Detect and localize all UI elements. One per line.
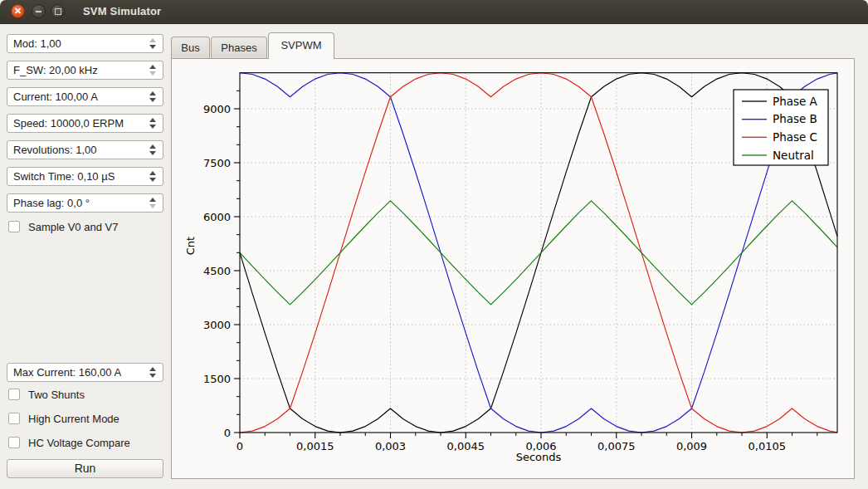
spinner-up-button[interactable]	[149, 91, 156, 95]
legend-entry: Neutral	[773, 149, 814, 162]
spinner-down-button[interactable]	[149, 178, 156, 182]
tab-panel: 00,00150,0030,00450,0060,00750,0090,0105…	[171, 58, 855, 479]
spinbox-current[interactable]: Current: 100,00 A	[7, 87, 163, 106]
spinbox-revolutions[interactable]: Revolutions: 1,00	[7, 140, 163, 159]
spinner-down-button[interactable]	[149, 71, 156, 76]
svpwm-plot: 00,00150,0030,00450,0060,00750,0090,0105…	[172, 59, 854, 478]
svg-text:0,0105: 0,0105	[749, 440, 787, 452]
tab-bus[interactable]: Bus	[171, 37, 210, 59]
x-axis-label: Seconds	[516, 451, 562, 463]
spinner-down-button[interactable]	[149, 374, 156, 378]
spinbox-mod[interactable]: Mod: 1,00	[7, 34, 163, 53]
spinner-down-button[interactable]	[149, 45, 156, 49]
spinner-up-button[interactable]	[149, 144, 156, 149]
checkbox-box[interactable]	[8, 413, 20, 424]
svg-text:7500: 7500	[203, 157, 231, 169]
spinbox-max-current[interactable]: Max Current: 160,00 A	[7, 363, 163, 382]
spinbox-fsw[interactable]: F_SW: 20,00 kHz	[7, 61, 163, 80]
svg-text:0: 0	[224, 427, 231, 439]
close-icon: ✕	[12, 5, 24, 17]
spinbox-speed[interactable]: Speed: 10000,0 ERPM	[7, 114, 163, 133]
svg-text:0,009: 0,009	[676, 440, 707, 452]
tab-phases[interactable]: Phases	[211, 37, 267, 59]
svg-text:0: 0	[237, 440, 243, 452]
svg-text:3000: 3000	[203, 319, 231, 331]
maximize-icon	[55, 8, 61, 15]
spinner-up-button[interactable]	[149, 367, 156, 371]
run-button[interactable]: Run	[7, 459, 163, 478]
spinner-down-button[interactable]	[149, 204, 156, 208]
checkbox-box[interactable]	[8, 389, 20, 400]
svm-simulator-window: { "window": { "title": "SVM Simulator", …	[0, 0, 868, 489]
window-title: SVM Simulator	[83, 5, 161, 17]
maximize-button[interactable]	[51, 4, 65, 18]
window-titlebar[interactable]: ✕ SVM Simulator	[0, 0, 868, 24]
svg-text:0,0075: 0,0075	[597, 440, 636, 452]
legend-entry: Phase B	[773, 112, 817, 125]
svg-text:6000: 6000	[203, 211, 231, 223]
legend-entry: Phase C	[773, 130, 817, 144]
svg-text:4500: 4500	[203, 265, 231, 277]
spinbox-switch-time[interactable]: Switch Time: 0,10 µS	[7, 167, 163, 186]
y-axis-label: Cnt	[184, 237, 197, 255]
spinner-up-button[interactable]	[149, 198, 156, 202]
spinner-up-button[interactable]	[149, 171, 156, 175]
legend-entry: Phase A	[773, 95, 818, 108]
svg-text:1500: 1500	[203, 373, 231, 385]
spinner-up-button[interactable]	[149, 38, 156, 42]
spinner-up-button[interactable]	[149, 118, 156, 122]
spinner-down-button[interactable]	[149, 98, 156, 102]
chart-legend: Phase A Phase B Phase C Neutral	[734, 90, 828, 165]
tab-svpwm[interactable]: SVPWM	[268, 32, 334, 59]
close-button[interactable]: ✕	[11, 4, 25, 18]
svg-text:0,0045: 0,0045	[447, 440, 485, 452]
spinner-down-button[interactable]	[149, 125, 156, 129]
minimize-button[interactable]	[32, 4, 46, 18]
minimize-icon	[36, 11, 41, 12]
svg-text:0,0015: 0,0015	[296, 440, 334, 452]
spinner-down-button[interactable]	[149, 151, 156, 155]
svg-text:0,003: 0,003	[375, 440, 406, 452]
spinbox-phase-lag[interactable]: Phase lag: 0,0 °	[7, 193, 163, 213]
checkbox-box[interactable]	[8, 221, 20, 232]
spinner-up-button[interactable]	[149, 65, 156, 69]
svg-text:9000: 9000	[203, 103, 231, 115]
checkbox-box[interactable]	[8, 437, 20, 448]
